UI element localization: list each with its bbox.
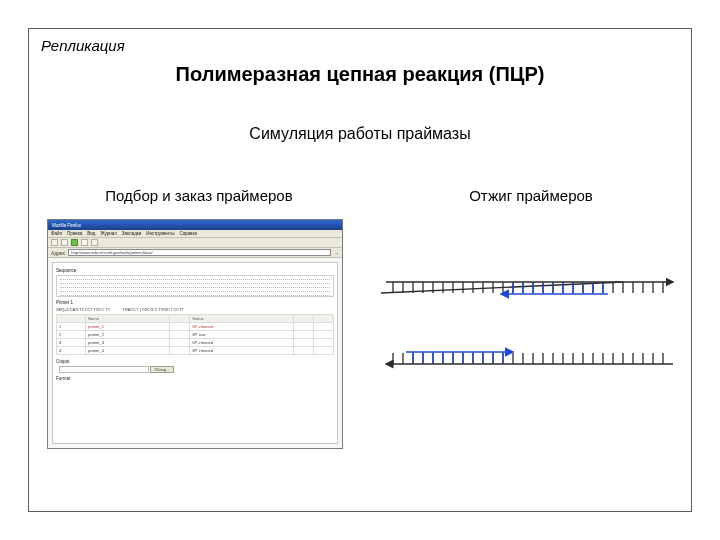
home-button-icon[interactable] — [91, 239, 98, 246]
menu-bar: Файл Правка Вид Журнал Закладки Инструме… — [48, 230, 342, 238]
th-4 — [293, 315, 313, 323]
svg-line-24 — [381, 282, 623, 293]
top-strand — [381, 282, 673, 294]
menu-history[interactable]: Журнал — [100, 231, 116, 236]
address-label: Адрес — [51, 250, 65, 256]
topic-label: Репликация — [41, 37, 125, 54]
th-5 — [313, 315, 333, 323]
reload-button-icon[interactable] — [71, 239, 78, 246]
primer-table: Name Status 1 primer_1 5P, cleaned — [56, 314, 334, 355]
annealing-diagram — [381, 254, 681, 409]
browser-window: Mozilla Firefox Файл Правка Вид Журнал З… — [47, 219, 343, 449]
menu-edit[interactable]: Правка — [67, 231, 82, 236]
menu-bookmarks[interactable]: Закладки — [122, 231, 141, 236]
th-0 — [57, 315, 86, 323]
format-section-label: Format — [56, 376, 334, 381]
slide-frame: Репликация Полимеразная цепная реакция (… — [28, 28, 692, 512]
address-bar: Адрес http://www.ncbi.nlm.nih.gov/tools/… — [48, 248, 342, 258]
menu-tools[interactable]: Инструменты — [146, 231, 174, 236]
table-row[interactable]: 4 primer_4 3P, cleaned — [57, 347, 334, 355]
primer-section-label: Primer 1 — [56, 300, 334, 305]
output-section-label: Output — [56, 359, 334, 364]
output-row: Обзор… — [56, 366, 334, 373]
left-caption: Подбор и заказ праймеров — [29, 187, 369, 204]
page-content: Sequence Primer 1 SEQ=CCAG TCCCTTGCC TT … — [52, 262, 338, 444]
address-input[interactable]: http://www.ncbi.nlm.nih.gov/tools/primer… — [68, 249, 331, 256]
window-title-text: Mozilla Firefox — [52, 223, 81, 228]
table-header-row: Name Status — [57, 315, 334, 323]
menu-help[interactable]: Справка — [179, 231, 197, 236]
back-button-icon[interactable] — [51, 239, 58, 246]
toolbar — [48, 238, 342, 248]
stop-button-icon[interactable] — [81, 239, 88, 246]
table-row[interactable]: 1 primer_1 5P, cleaned — [57, 323, 334, 331]
right-caption: Отжиг праймеров — [369, 187, 693, 204]
go-button[interactable]: → — [334, 250, 339, 256]
primer-subinfo-a: SEQ=CCAG TCCCTTGCC TT — [56, 307, 110, 312]
slide-subtitle: Симуляция работы праймазы — [29, 125, 691, 143]
sequence-textarea[interactable] — [56, 275, 334, 297]
menu-view[interactable]: Вид — [87, 231, 95, 236]
sequence-section-label: Sequence — [56, 268, 334, 273]
menu-file[interactable]: Файл — [51, 231, 62, 236]
th-1: Name — [86, 315, 170, 323]
primer-subinfo-b: TGACCT | TGCG C TGGCT CCTT — [122, 307, 184, 312]
window-titlebar: Mozilla Firefox — [48, 220, 342, 230]
slide-title: Полимеразная цепная реакция (ПЦР) — [29, 63, 691, 86]
th-2 — [170, 315, 190, 323]
th-3: Status — [190, 315, 293, 323]
browse-button[interactable]: Обзор… — [150, 366, 174, 373]
primer-subinfo: SEQ=CCAG TCCCTTGCC TT TGACCT | TGCG C TG… — [56, 307, 334, 312]
table-row[interactable]: 2 primer_2 3P, raw — [57, 331, 334, 339]
output-path-input[interactable] — [59, 366, 149, 373]
bottom-strand — [386, 352, 673, 364]
table-row[interactable]: 3 primer_3 5P, cleaned — [57, 339, 334, 347]
forward-button-icon[interactable] — [61, 239, 68, 246]
